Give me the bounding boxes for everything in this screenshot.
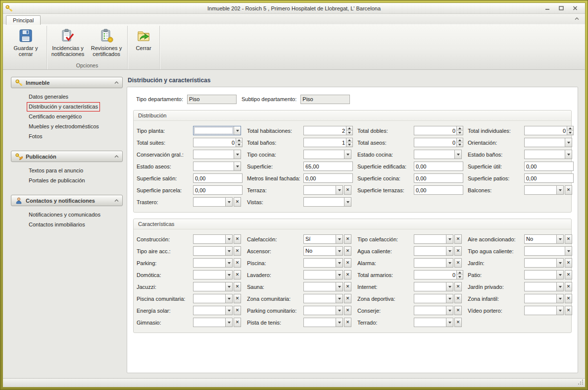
balcones-dropdown[interactable] <box>524 185 564 195</box>
calefaccion-clear-button[interactable] <box>344 234 351 244</box>
superficie-edificada-input[interactable] <box>414 162 463 171</box>
jacuzzi-clear-button[interactable] <box>234 282 241 291</box>
domotica-clear-button[interactable] <box>234 270 241 279</box>
cerrar-button[interactable]: Cerrar <box>129 26 158 52</box>
dropdown-arrow-icon[interactable] <box>225 282 232 291</box>
agua-caliente-clear-button[interactable] <box>454 246 462 256</box>
dropdown-arrow-icon[interactable] <box>556 186 563 194</box>
total-aseos-spin-down-button[interactable] <box>457 142 463 147</box>
piscina-dropdown[interactable] <box>303 258 343 268</box>
dropdown-arrow-icon[interactable] <box>565 138 572 147</box>
pista-de-tenis-clear-button[interactable] <box>344 318 351 327</box>
gimnasio-clear-button[interactable] <box>234 318 241 327</box>
dropdown-arrow-icon[interactable] <box>225 306 232 315</box>
terraza-dropdown[interactable] <box>303 185 343 195</box>
total-banos-spin-up-button[interactable] <box>346 138 352 142</box>
dropdown-arrow-icon[interactable] <box>225 198 232 206</box>
tipo-cocina-dropdown[interactable] <box>303 150 351 159</box>
patio-dropdown[interactable] <box>524 270 564 279</box>
maximize-button[interactable] <box>556 4 566 12</box>
estado-cocina-dropdown[interactable] <box>414 150 462 159</box>
dropdown-arrow-icon[interactable] <box>344 198 351 206</box>
internet-clear-button[interactable] <box>454 282 462 291</box>
sidebar-item-notificaciones-y-comunicados[interactable]: Notificaciones y comunicados <box>27 210 102 220</box>
total-dobles-spin-up-button[interactable] <box>457 126 463 130</box>
sidebar-item-textos-para-el-anuncio[interactable]: Textos para el anuncio <box>27 166 85 175</box>
tipo-agua-caliente-dropdown[interactable] <box>524 246 572 256</box>
jacuzzi-dropdown[interactable] <box>193 282 233 291</box>
dropdown-arrow-icon[interactable] <box>556 294 563 303</box>
close-button[interactable] <box>570 4 580 12</box>
zona-infantil-clear-button[interactable] <box>565 294 572 303</box>
estado-banos-dropdown[interactable] <box>524 150 572 159</box>
terrado-dropdown[interactable] <box>414 318 453 327</box>
dropdown-arrow-icon[interactable] <box>336 235 343 243</box>
total-armarios-spin-up-button[interactable] <box>457 271 463 275</box>
superficie-util-input[interactable] <box>524 162 574 171</box>
total-suites-spin-up-button[interactable] <box>236 138 242 142</box>
dropdown-arrow-icon[interactable] <box>234 126 241 135</box>
dropdown-arrow-icon[interactable] <box>234 162 241 170</box>
sidebar-item-contactos-inmobiliarios[interactable]: Contactos inmobiliarios <box>27 220 87 229</box>
zona-deportiva-clear-button[interactable] <box>454 294 462 303</box>
trastero-dropdown[interactable] <box>193 197 233 207</box>
dropdown-arrow-icon[interactable] <box>556 271 563 279</box>
pista-de-tenis-dropdown[interactable] <box>303 318 343 327</box>
lavadero-dropdown[interactable] <box>303 270 343 279</box>
tipo-calefaccion-clear-button[interactable] <box>454 234 462 244</box>
sidebar-item-muebles-y-electrodomesticos[interactable]: Muebles y electrodomésticos <box>27 122 101 131</box>
sidebar-section-publicacion[interactable]: Publicación <box>11 151 123 162</box>
dropdown-arrow-icon[interactable] <box>446 294 453 303</box>
parking-dropdown[interactable] <box>193 258 233 268</box>
sidebar-item-certificado-energetico[interactable]: Certificado energético <box>27 112 84 121</box>
superficie-parcela-input[interactable] <box>193 185 243 195</box>
dropdown-arrow-icon[interactable] <box>336 318 343 327</box>
estado-aseos-dropdown[interactable] <box>193 162 241 171</box>
total-dobles-spin-down-button[interactable] <box>457 130 463 135</box>
guardar-y-cerrar-button[interactable]: Guardar y cerrar <box>6 26 45 58</box>
total-suites-input[interactable] <box>194 138 236 147</box>
dropdown-arrow-icon[interactable] <box>225 235 232 243</box>
dropdown-arrow-icon[interactable] <box>344 150 351 159</box>
superficie-patios-input[interactable] <box>524 173 574 183</box>
tipo-planta-dropdown[interactable] <box>193 126 241 135</box>
metros-lineal-fachada-input[interactable] <box>303 173 353 183</box>
aire-acondicionado-dropdown[interactable]: No <box>524 234 564 244</box>
tipo-aire-acc-clear-button[interactable] <box>234 246 241 256</box>
parking-comunitario-clear-button[interactable] <box>344 306 351 315</box>
aire-acondicionado-clear-button[interactable] <box>565 234 572 244</box>
dropdown-arrow-icon[interactable] <box>225 318 232 327</box>
superficie-input[interactable] <box>303 162 353 171</box>
dropdown-arrow-icon[interactable] <box>446 306 453 315</box>
sidebar-item-fotos[interactable]: Fotos <box>27 132 45 141</box>
terrado-clear-button[interactable] <box>454 318 462 327</box>
total-aseos-spin-up-button[interactable] <box>457 138 463 142</box>
dropdown-arrow-icon[interactable] <box>556 235 563 243</box>
construccion-dropdown[interactable] <box>193 234 233 244</box>
zona-infantil-dropdown[interactable] <box>524 294 564 303</box>
construccion-clear-button[interactable] <box>234 234 241 244</box>
lavadero-clear-button[interactable] <box>344 270 351 279</box>
dropdown-arrow-icon[interactable] <box>446 259 453 267</box>
domotica-dropdown[interactable] <box>193 270 233 279</box>
energia-solar-dropdown[interactable] <box>193 306 233 315</box>
dropdown-arrow-icon[interactable] <box>446 235 453 243</box>
resize-grip[interactable] <box>578 380 584 387</box>
internet-dropdown[interactable] <box>414 282 453 291</box>
dropdown-arrow-icon[interactable] <box>336 247 343 255</box>
zona-comunitaria-clear-button[interactable] <box>344 294 351 303</box>
total-armarios-spin-down-button[interactable] <box>457 275 463 279</box>
sidebar-section-contactos-y-notificaciones[interactable]: Contactos y notificaciones <box>11 195 123 206</box>
total-individuales-input[interactable] <box>525 126 567 135</box>
total-habitaciones-spin-up-button[interactable] <box>346 126 352 130</box>
piscina-comunitaria-clear-button[interactable] <box>234 294 241 303</box>
video-portero-dropdown[interactable] <box>524 306 564 315</box>
alarma-clear-button[interactable] <box>454 258 462 268</box>
trastero-clear-button[interactable] <box>234 197 241 207</box>
total-banos-spin-down-button[interactable] <box>346 142 352 147</box>
dropdown-arrow-icon[interactable] <box>336 186 343 194</box>
total-individuales-spin-down-button[interactable] <box>567 130 573 135</box>
dropdown-arrow-icon[interactable] <box>446 282 453 291</box>
total-dobles-input[interactable] <box>414 126 456 135</box>
total-aseos-input[interactable] <box>414 138 456 147</box>
